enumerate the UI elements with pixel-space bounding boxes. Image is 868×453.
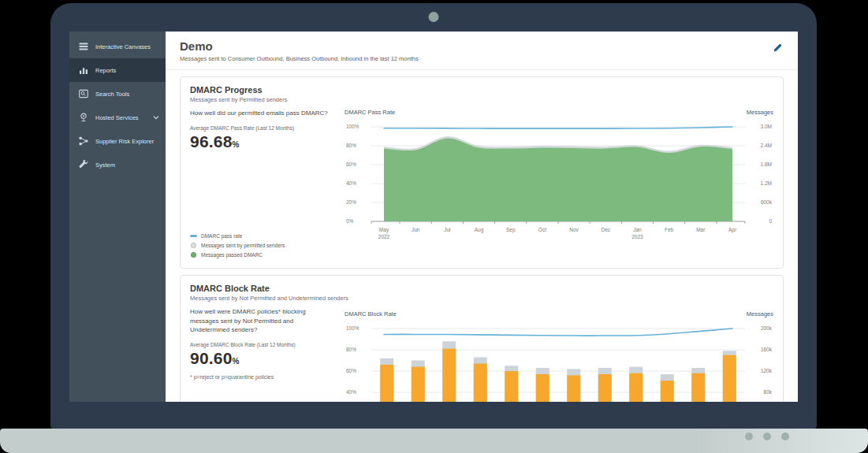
svg-text:60%: 60% (346, 368, 356, 373)
svg-text:Nov: Nov (569, 227, 579, 232)
laptop-base (0, 429, 868, 453)
svg-text:Aug: Aug (475, 227, 484, 233)
laptop-base-dots (745, 433, 789, 440)
legend-item: Messages passed DMARC (190, 251, 338, 258)
sidebar-item-search-tools[interactable]: Search Tools (69, 82, 166, 106)
legend-label: Messages passed DMARC (201, 252, 263, 258)
svg-text:1.8M: 1.8M (761, 162, 772, 167)
sidebar-item-system[interactable]: System (69, 153, 166, 176)
system-icon (79, 160, 88, 169)
svg-text:0%: 0% (346, 218, 354, 224)
page-header: Demo Messages sent to Consumer Outbound,… (166, 32, 798, 70)
card-question: How well did our permitted emails pass D… (190, 109, 333, 118)
svg-text:40%: 40% (346, 180, 356, 186)
svg-text:Sep: Sep (506, 227, 516, 233)
webcam-icon (429, 12, 439, 22)
svg-text:2.4M: 2.4M (761, 143, 772, 148)
dmarc-pass-rate-chart: 100%3.0M80%2.4M60%1.8M40%1.2M20%600k0%0M… (345, 121, 773, 245)
svg-text:160k: 160k (761, 347, 773, 352)
chart-legend: DMARC pass rateMessages sent by permitte… (190, 230, 338, 260)
base-dot-icon (745, 433, 753, 440)
card-title: DMARC Block Rate (190, 284, 773, 293)
svg-text:May: May (379, 227, 389, 233)
sidebar-item-label: Hosted Services (95, 114, 153, 121)
sidebar-item-label: Search Tools (95, 91, 159, 98)
stat-unit: % (233, 357, 240, 366)
svg-text:3.0M: 3.0M (761, 124, 772, 129)
base-dot-icon (763, 433, 771, 440)
chart-axis-title-right: Messages (747, 310, 773, 317)
hosted-services-icon (79, 113, 88, 122)
dmarc-block-rate-card: DMARC Block Rate Messages sent by Not Pe… (180, 275, 784, 402)
legend-label: Messages sent by permitted senders (201, 243, 285, 248)
main-content: Demo Messages sent to Consumer Outbound,… (166, 32, 798, 402)
svg-text:2023: 2023 (631, 234, 643, 239)
supplier-risk-icon (79, 136, 88, 146)
card-subtitle: Messages sent by Permitted senders (190, 96, 773, 103)
svg-text:60%: 60% (346, 162, 356, 167)
sidebar-item-interactive-canvases[interactable]: Interactive Canvases (69, 35, 166, 58)
sidebar-item-supplier-risk-explorer[interactable]: Supplier Risk Explorer (69, 129, 166, 153)
card-footnote: * p=reject or p=quarantine policies (190, 374, 338, 380)
svg-text:Feb: Feb (665, 227, 674, 232)
svg-text:0: 0 (769, 218, 772, 224)
svg-text:Jul: Jul (444, 227, 451, 232)
svg-text:Jan: Jan (633, 227, 642, 232)
dmarc-progress-card: DMARC Progress Messages sent by Permitte… (180, 76, 784, 269)
svg-text:20%: 20% (346, 199, 356, 205)
svg-text:200k: 200k (761, 325, 773, 331)
chart-axis-title-right: Messages (747, 109, 773, 116)
svg-text:Dec: Dec (601, 227, 610, 232)
stat-label: Average DMARC Block Rate (Last 12 Months… (190, 342, 338, 347)
sidebar-item-hosted-services[interactable]: Hosted Services (69, 106, 166, 129)
chevron-down-icon (153, 114, 159, 121)
sidebar-item-label: Interactive Canvases (95, 43, 159, 50)
search-icon (79, 89, 88, 98)
legend-label: DMARC pass rate (201, 233, 242, 239)
sidebar-item-label: Reports (95, 67, 159, 74)
sidebar-item-label: Supplier Risk Explorer (95, 138, 159, 145)
dmarc-block-rate-chart: 100%200k80%160k60%120k40%80k20%40k0%0 (345, 322, 773, 402)
card-question: How well were DMARC policies* blocking m… (190, 307, 333, 335)
sidebar: Interactive CanvasesReportsSearch ToolsH… (69, 32, 166, 402)
sidebar-item-reports[interactable]: Reports (69, 58, 166, 82)
svg-text:1.2M: 1.2M (761, 180, 772, 186)
svg-text:40%: 40% (346, 389, 356, 395)
legend-item: Messages sent by permitted senders (190, 242, 338, 249)
svg-text:600k: 600k (761, 199, 773, 205)
svg-text:80%: 80% (346, 143, 356, 148)
chart-column: DMARC Block Rate Messages 100%200k80%160… (345, 307, 773, 402)
card-subtitle: Messages sent by Not Permitted and Undet… (190, 295, 773, 302)
svg-text:80%: 80% (346, 347, 356, 352)
page-title: Demo (180, 39, 784, 53)
legend-item: DMARC pass rate (190, 232, 338, 239)
app-window: Interactive CanvasesReportsSearch ToolsH… (69, 32, 798, 402)
svg-text:2022: 2022 (378, 234, 390, 239)
svg-text:80k: 80k (764, 389, 773, 395)
chart-axis-title-left: DMARC Pass Rate (345, 109, 395, 116)
base-dot-icon (781, 433, 789, 440)
chart-axis-title-left: DMARC Block Rate (345, 310, 397, 317)
svg-text:120k: 120k (761, 368, 773, 373)
svg-text:Oct: Oct (538, 227, 546, 232)
pencil-icon (773, 42, 784, 53)
card-title: DMARC Progress (190, 85, 773, 95)
svg-text:100%: 100% (346, 325, 359, 331)
chart-column: DMARC Pass Rate Messages 100%3.0M80%2.4M… (345, 109, 773, 260)
canvases-icon (79, 42, 88, 51)
page-subtitle: Messages sent to Consumer Outbound, Busi… (180, 55, 784, 62)
stat-value: 90.60% (190, 349, 338, 368)
stat-column: How well were DMARC policies* blocking m… (190, 307, 345, 402)
sidebar-item-label: System (95, 162, 159, 169)
edit-button[interactable] (773, 42, 784, 53)
reports-icon (79, 65, 88, 75)
stat-unit: % (233, 140, 240, 149)
svg-text:Apr: Apr (728, 227, 737, 233)
stat-column: How well did our permitted emails pass D… (190, 109, 345, 260)
svg-text:Jun: Jun (412, 227, 420, 232)
svg-text:Mar: Mar (696, 227, 706, 232)
stat-value: 96.68% (190, 132, 338, 151)
stat-label: Average DMARC Pass Rate (Last 12 Months) (190, 125, 338, 131)
laptop-bezel: Interactive CanvasesReportsSearch ToolsH… (50, 3, 817, 430)
svg-text:100%: 100% (346, 124, 359, 129)
